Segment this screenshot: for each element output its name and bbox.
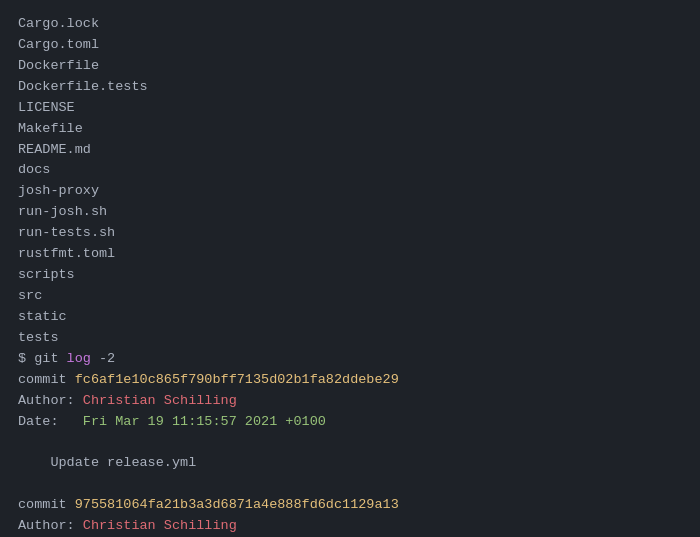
author-label: Author: bbox=[18, 393, 83, 408]
commit-hash: fc6af1e10c865f790bff7135d02b1fa82ddebe29 bbox=[75, 372, 399, 387]
file-item: run-tests.sh bbox=[18, 223, 682, 244]
date-value: Fri Mar 19 11:15:57 2021 +0100 bbox=[83, 414, 326, 429]
author-email bbox=[237, 518, 245, 533]
commit-line-0: commit fc6af1e10c865f790bff7135d02b1fa82… bbox=[18, 370, 682, 391]
file-item: README.md bbox=[18, 140, 682, 161]
file-item: Makefile bbox=[18, 119, 682, 140]
author-line-0: Author: Christian Schilling bbox=[18, 391, 682, 412]
file-item: docs bbox=[18, 160, 682, 181]
file-item: rustfmt.toml bbox=[18, 244, 682, 265]
file-item: scripts bbox=[18, 265, 682, 286]
commit-line-1: commit 975581064fa21b3a3d6871a4e888fd6dc… bbox=[18, 495, 682, 516]
file-item: Cargo.lock bbox=[18, 14, 682, 35]
author-label: Author: bbox=[18, 518, 83, 533]
message-line-0: Update release.yml bbox=[18, 453, 682, 474]
file-item: Cargo.toml bbox=[18, 35, 682, 56]
blank-line bbox=[18, 474, 682, 495]
file-item: static bbox=[18, 307, 682, 328]
file-item: LICENSE bbox=[18, 98, 682, 119]
file-item: Dockerfile bbox=[18, 56, 682, 77]
author-email bbox=[237, 393, 245, 408]
git-prompt: $ git log -2 bbox=[18, 351, 115, 366]
file-item: run-josh.sh bbox=[18, 202, 682, 223]
commits-list: commit fc6af1e10c865f790bff7135d02b1fa82… bbox=[18, 370, 682, 537]
file-item: src bbox=[18, 286, 682, 307]
files-list: Cargo.lockCargo.tomlDockerfileDockerfile… bbox=[18, 14, 682, 349]
date-line-0: Date: Fri Mar 19 11:15:57 2021 +0100 bbox=[18, 412, 682, 433]
commit-hash: 975581064fa21b3a3d6871a4e888fd6dc1129a13 bbox=[75, 497, 399, 512]
commit-label: commit bbox=[18, 497, 75, 512]
terminal: Cargo.lockCargo.tomlDockerfileDockerfile… bbox=[18, 14, 682, 523]
author-line-1: Author: Christian Schilling bbox=[18, 516, 682, 537]
date-label: Date: bbox=[18, 414, 83, 429]
prompt-git: $ git log -2 bbox=[18, 349, 682, 370]
file-item: Dockerfile.tests bbox=[18, 77, 682, 98]
commit-label: commit bbox=[18, 372, 75, 387]
author-name: Christian Schilling bbox=[83, 518, 237, 533]
blank-line bbox=[18, 432, 682, 453]
file-item: tests bbox=[18, 328, 682, 349]
author-name: Christian Schilling bbox=[83, 393, 237, 408]
file-item: josh-proxy bbox=[18, 181, 682, 202]
